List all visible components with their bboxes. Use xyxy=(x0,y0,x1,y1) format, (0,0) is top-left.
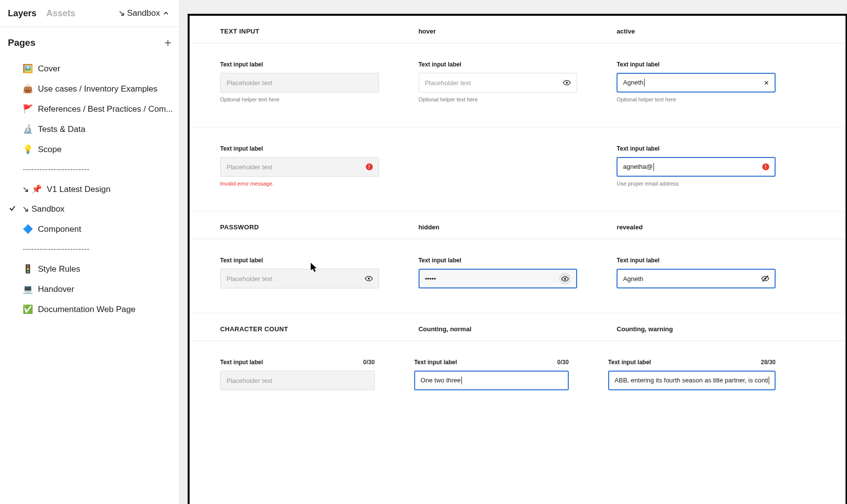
sidebar-tabs: Layers Assets Sandbox xyxy=(0,0,179,27)
design-frame[interactable]: TEXT INPUT hover active Text input label… xyxy=(188,14,847,504)
clear-icon[interactable]: ✕ xyxy=(764,79,769,87)
page-item-stylerules[interactable]: 🚦 Style Rules xyxy=(0,259,179,279)
page-dropdown[interactable]: Sandbox xyxy=(116,8,171,18)
field-label: Text input label 0/30 xyxy=(414,359,569,366)
page-label: Tests & Data xyxy=(38,125,85,134)
page-icon: 📌 xyxy=(32,184,42,194)
char-counter: 0/30 xyxy=(557,359,568,366)
page-item-cover[interactable]: 🖼️ Cover xyxy=(0,59,179,79)
eye-icon[interactable] xyxy=(559,273,571,284)
column-heading-counting-warning: Counting, warning xyxy=(617,325,815,333)
text-input-error[interactable]: Placeholder text ! xyxy=(220,157,379,177)
section-head-textinput: TEXT INPUT hover active xyxy=(190,16,846,43)
input-placeholder: Placeholder text xyxy=(425,79,559,87)
input-value: ••••• xyxy=(425,275,555,283)
page-label: Style Rules xyxy=(38,264,80,274)
check-icon xyxy=(9,204,16,214)
page-icon: 🚦 xyxy=(23,264,33,274)
page-item-docs[interactable]: ✅ Documentation Web Page xyxy=(0,299,179,319)
input-value: ABB, entering its fourth season as title… xyxy=(615,377,769,385)
input-placeholder: Placeholder text xyxy=(227,275,361,283)
input-value: agnetha@ xyxy=(623,163,758,171)
section-head-password: PASSWORD hidden revealed xyxy=(190,212,846,239)
input-placeholder: Placeholder text xyxy=(227,163,362,171)
page-icon: 💻 xyxy=(23,284,33,294)
text-input-default[interactable]: Placeholder text xyxy=(220,73,379,93)
field-label: Text input label xyxy=(617,145,776,152)
page-icon: 🔬 xyxy=(23,124,33,134)
field-label: Text input label 0/30 xyxy=(220,359,375,366)
eye-icon[interactable] xyxy=(563,79,571,87)
page-item-usecases[interactable]: 👜 Use cases / Inventory Examples xyxy=(0,79,179,99)
password-input-default[interactable]: Placeholder text xyxy=(220,269,379,288)
field-label: Text input label 28/30 xyxy=(608,359,776,366)
eye-icon[interactable] xyxy=(365,275,373,283)
page-label: Sandbox xyxy=(32,204,65,214)
password-row: Text input label Placeholder text Text i… xyxy=(190,239,846,314)
password-input-revealed[interactable]: Agneth xyxy=(617,269,776,288)
input-value: One two three xyxy=(421,377,562,385)
error-icon: ! xyxy=(762,163,769,170)
text-input-error-active[interactable]: agnetha@ ! xyxy=(617,157,776,177)
input-value: Agneth xyxy=(623,79,760,87)
pages-header: Pages + xyxy=(0,27,179,55)
page-label: ------------------------ xyxy=(23,244,90,254)
page-item-v1latest[interactable]: 📌 V1 Latest Design xyxy=(0,179,179,199)
charcount-input-warning[interactable]: ABB, entering its fourth season as title… xyxy=(608,371,776,390)
page-icon: 👜 xyxy=(23,84,33,94)
eye-off-icon[interactable] xyxy=(761,275,769,283)
field-label: Text input label xyxy=(220,61,379,68)
page-dropdown-label: Sandbox xyxy=(127,8,160,18)
column-heading-active: active xyxy=(617,28,815,35)
page-label: Scope xyxy=(38,145,62,155)
field-label: Text input label xyxy=(617,257,776,264)
page-item-component[interactable]: 🔷 Component xyxy=(0,219,179,239)
helper-text: Use proper email address xyxy=(617,181,776,187)
charcount-input-normal[interactable]: One two three xyxy=(414,371,569,390)
page-icon: ✅ xyxy=(23,304,33,315)
page-divider: ------------------------ xyxy=(0,239,179,259)
section-heading: PASSWORD xyxy=(220,223,419,231)
tab-assets[interactable]: Assets xyxy=(46,8,75,19)
page-item-handover[interactable]: 💻 Handover xyxy=(0,279,179,299)
field-label: Text input label xyxy=(617,61,776,68)
page-label: Component xyxy=(38,224,81,234)
charcount-input-default[interactable]: Placeholder text xyxy=(220,371,375,390)
page-label: Documentation Web Page xyxy=(38,305,135,315)
section-heading: TEXT INPUT xyxy=(220,28,419,35)
input-placeholder: Placeholder text xyxy=(227,377,368,384)
chevron-up-icon xyxy=(163,10,169,16)
textinput-row-error: Text input label Placeholder text ! Inva… xyxy=(190,127,846,212)
column-heading-hidden: hidden xyxy=(419,223,617,231)
input-placeholder: Placeholder text xyxy=(227,79,373,87)
page-label: Use cases / Inventory Examples xyxy=(38,84,158,94)
page-label: Handover xyxy=(38,284,74,294)
field-label: Text input label xyxy=(220,257,379,264)
column-heading-counting-normal: Counting, normal xyxy=(419,325,617,333)
page-icon: 🚩 xyxy=(23,104,33,114)
textinput-row-default: Text input label Placeholder text Option… xyxy=(190,43,846,127)
text-input-hover[interactable]: Placeholder text xyxy=(419,73,578,93)
text-input-active[interactable]: Agneth ✕ xyxy=(617,73,776,93)
page-label: Cover xyxy=(38,64,60,74)
page-label: V1 Latest Design xyxy=(47,185,110,194)
page-label: ------------------------ xyxy=(23,164,90,174)
page-item-sandbox[interactable]: Sandbox xyxy=(0,199,179,219)
error-text: Invalid error message. xyxy=(220,181,379,187)
char-counter: 0/30 xyxy=(363,359,375,366)
svg-point-2 xyxy=(564,278,566,280)
page-item-references[interactable]: 🚩 References / Best Practices / Com... xyxy=(0,99,179,119)
page-item-scope[interactable]: 💡 Scope xyxy=(0,139,179,159)
add-page-button[interactable]: + xyxy=(164,36,171,50)
page-label: References / Best Practices / Com... xyxy=(38,104,173,114)
page-item-tests[interactable]: 🔬 Tests & Data xyxy=(0,119,179,139)
password-input-hidden[interactable]: ••••• xyxy=(419,269,578,288)
canvas[interactable]: TEXT INPUT hover active Text input label… xyxy=(180,0,847,504)
svg-point-0 xyxy=(566,82,568,84)
section-heading: CHARACTER COUNT xyxy=(220,325,419,333)
page-icon: 🖼️ xyxy=(23,63,33,74)
page-icon: 🔷 xyxy=(23,224,33,234)
tab-layers[interactable]: Layers xyxy=(8,8,36,19)
pages-title: Pages xyxy=(8,37,164,48)
char-counter: 28/30 xyxy=(761,359,776,366)
